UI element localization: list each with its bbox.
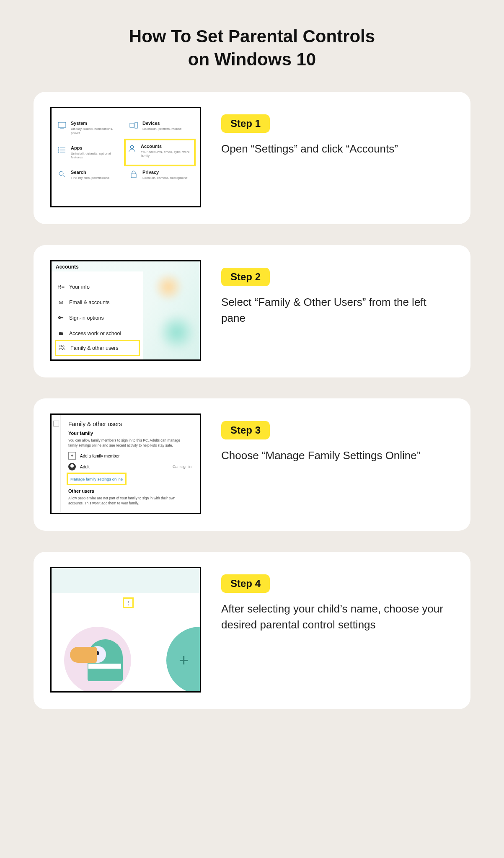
tile-label: Privacy bbox=[142, 170, 188, 175]
step3-screenshot: Family & other users Your family You can… bbox=[50, 413, 201, 514]
step-text: Select “Family & Other Users” from the l… bbox=[221, 295, 450, 326]
avatar-icon bbox=[68, 463, 76, 470]
tile-label: Apps bbox=[71, 145, 122, 151]
svg-point-8 bbox=[58, 150, 59, 150]
tile-sub: Bluetooth, printers, mouse bbox=[142, 127, 181, 131]
manage-family-settings-link[interactable]: Manage family settings online bbox=[70, 475, 124, 483]
display-icon bbox=[57, 121, 67, 130]
step-text: Open “Settings” and click “Accounts” bbox=[221, 141, 450, 157]
sidebar-item-label: Your info bbox=[69, 284, 90, 290]
settings-tile-system[interactable]: System Display, sound, notifications, po… bbox=[54, 116, 126, 140]
tile-label: Devices bbox=[142, 121, 181, 126]
step-badge: Step 1 bbox=[221, 114, 270, 133]
sidebar-item-label: Sign-in options bbox=[69, 315, 104, 321]
svg-point-15 bbox=[62, 346, 64, 347]
tile-sub: Uninstall, defaults, optional features bbox=[71, 152, 122, 160]
page-title: How To Set Parental Controls on Windows … bbox=[93, 25, 411, 71]
family-member-row[interactable]: Adult Can sign in bbox=[68, 463, 191, 470]
sidebar-item-sync[interactable]: ↻ Sync your settings bbox=[52, 355, 143, 361]
accounts-header: Accounts bbox=[52, 261, 200, 271]
other-users-description: Allow people who are not part of your fa… bbox=[68, 496, 181, 506]
sidebar-item-work[interactable]: 🖿︎ Access work or school bbox=[52, 326, 143, 341]
child-profile-avatar[interactable] bbox=[64, 627, 131, 693]
tile-label: Accounts bbox=[141, 144, 192, 149]
settings-tile-privacy[interactable]: Privacy Location, camera, microphone bbox=[126, 165, 197, 185]
key-icon: 🔑︎ bbox=[57, 315, 64, 321]
settings-tile-accounts[interactable]: Accounts Your accounts, email, sync, wor… bbox=[124, 139, 196, 166]
svg-point-10 bbox=[130, 145, 134, 149]
mail-icon: ✉ bbox=[57, 299, 64, 305]
people-icon bbox=[59, 344, 65, 351]
member-role: Adult bbox=[80, 465, 90, 469]
sidebar-item-your-info[interactable]: R≡ Your info bbox=[52, 279, 143, 295]
title-line-1: How To Set Parental Controls bbox=[129, 26, 375, 46]
settings-tile-apps[interactable]: Apps Uninstall, defaults, optional featu… bbox=[54, 140, 126, 165]
tile-sub: Display, sound, notifications, power bbox=[71, 127, 122, 135]
sidebar-item-label: Family & other users bbox=[70, 345, 119, 351]
your-family-description: You can allow family members to sign in … bbox=[68, 438, 181, 448]
svg-rect-13 bbox=[131, 174, 136, 178]
settings-tile-search[interactable]: Search Find my files, permissions bbox=[54, 165, 126, 185]
tile-sub: Find my files, permissions bbox=[71, 176, 109, 180]
plus-icon: + bbox=[179, 651, 189, 670]
step-text: Choose “Manage Family Settings Online” bbox=[221, 448, 450, 464]
svg-line-12 bbox=[63, 175, 65, 177]
sync-icon: ↻ bbox=[57, 359, 64, 361]
search-icon bbox=[57, 170, 67, 179]
step-card-1: System Display, sound, notifications, po… bbox=[34, 92, 470, 224]
step1-screenshot: System Display, sound, notifications, po… bbox=[50, 107, 201, 207]
tile-sub: Your accounts, email, sync, work, family bbox=[141, 150, 192, 158]
devices-icon bbox=[129, 121, 138, 130]
plus-icon: + bbox=[68, 452, 76, 460]
step-text: After selecting your child’s name, choos… bbox=[221, 601, 450, 633]
tile-label: System bbox=[71, 121, 122, 126]
other-users-heading: Other users bbox=[68, 488, 191, 494]
add-profile-avatar[interactable]: + bbox=[166, 627, 201, 693]
search-box-icon[interactable] bbox=[53, 421, 59, 426]
sidebar-item-label: Email & accounts bbox=[69, 300, 110, 305]
step4-screenshot: ⋮ + bbox=[50, 567, 201, 693]
member-status: Can sign in bbox=[173, 465, 191, 469]
more-options-button[interactable]: ⋮ bbox=[123, 597, 134, 608]
sidebar-item-label: Sync your settings bbox=[69, 360, 112, 361]
step-card-2: Accounts R≡ Your info ✉ Email & accounts… bbox=[34, 245, 470, 377]
svg-point-14 bbox=[60, 345, 62, 347]
add-member-label: Add a family member bbox=[80, 454, 119, 458]
title-line-2: on Windows 10 bbox=[188, 49, 316, 69]
sidebar-item-email[interactable]: ✉ Email & accounts bbox=[52, 295, 143, 310]
settings-tile-devices[interactable]: Devices Bluetooth, printers, mouse bbox=[126, 116, 197, 140]
your-family-heading: Your family bbox=[68, 431, 191, 436]
add-family-member-button[interactable]: + Add a family member bbox=[68, 452, 191, 460]
step2-screenshot: Accounts R≡ Your info ✉ Email & accounts… bbox=[50, 260, 201, 361]
svg-rect-2 bbox=[130, 123, 134, 127]
tile-label: Search bbox=[71, 170, 109, 175]
svg-point-11 bbox=[59, 171, 63, 176]
briefcase-icon: 🖿︎ bbox=[57, 330, 64, 336]
lock-icon bbox=[129, 170, 138, 179]
step-card-4: ⋮ + Step 4 After selecting your child’s … bbox=[34, 552, 470, 709]
sidebar-item-family[interactable]: Family & other users bbox=[55, 340, 140, 356]
family-title: Family & other users bbox=[68, 421, 191, 427]
person-badge-icon: R≡ bbox=[57, 284, 64, 290]
step-card-3: Family & other users Your family You can… bbox=[34, 398, 470, 531]
svg-point-7 bbox=[58, 147, 59, 148]
manage-family-link-highlight: Manage family settings online bbox=[67, 473, 127, 485]
list-icon bbox=[57, 145, 67, 155]
step-badge: Step 4 bbox=[221, 574, 270, 593]
svg-rect-3 bbox=[135, 122, 137, 128]
step-badge: Step 3 bbox=[221, 421, 270, 439]
svg-point-9 bbox=[58, 152, 59, 152]
person-icon bbox=[127, 144, 137, 153]
sidebar-item-label: Access work or school bbox=[69, 331, 121, 336]
tile-sub: Location, camera, microphone bbox=[142, 176, 188, 180]
svg-rect-0 bbox=[58, 122, 66, 127]
step-badge: Step 2 bbox=[221, 268, 270, 286]
sidebar-item-signin[interactable]: 🔑︎ Sign-in options bbox=[52, 310, 143, 326]
